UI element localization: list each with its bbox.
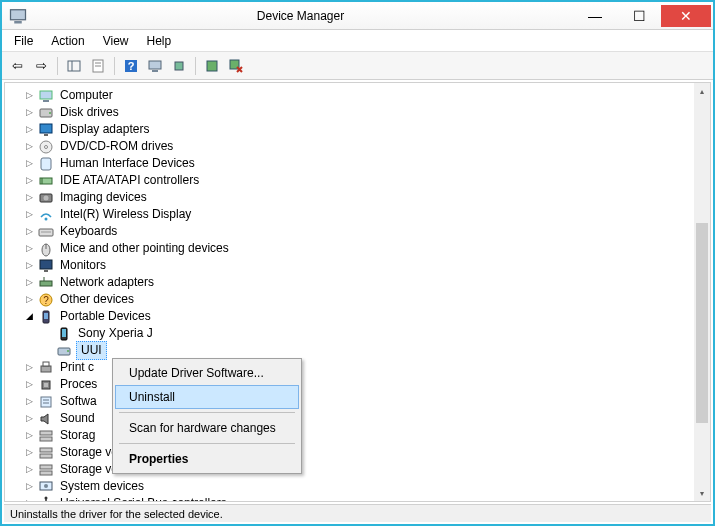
tree-node[interactable]: ▷Imaging devices — [23, 189, 710, 206]
device-tree[interactable]: ▷Computer▷Disk drives▷Display adapters▷D… — [5, 83, 710, 502]
expand-icon[interactable]: ▷ — [23, 107, 35, 119]
expand-icon[interactable]: ▷ — [23, 277, 35, 289]
close-button[interactable]: ✕ — [661, 5, 711, 27]
disk-icon — [38, 105, 54, 121]
tree-node[interactable]: ▷Display adapters — [23, 121, 710, 138]
svg-text:?: ? — [128, 60, 135, 72]
tree-node[interactable]: ▷Keyboards — [23, 223, 710, 240]
portable-icon — [38, 309, 54, 325]
expand-icon[interactable]: ▷ — [23, 430, 35, 442]
expand-icon[interactable]: ▷ — [23, 209, 35, 221]
tree-node[interactable]: ▷DVD/CD-ROM drives — [23, 138, 710, 155]
tree-node[interactable]: ▷System devices — [23, 478, 710, 495]
tree-node[interactable]: ▷Computer — [23, 87, 710, 104]
svg-rect-53 — [40, 465, 52, 469]
expand-icon[interactable]: ▷ — [23, 447, 35, 459]
tree-node[interactable]: ▷Intel(R) Wireless Display — [23, 206, 710, 223]
tree-node[interactable]: ▷Mice and other pointing devices — [23, 240, 710, 257]
expand-icon[interactable]: ▷ — [23, 498, 35, 503]
menu-view[interactable]: View — [95, 32, 137, 50]
svg-rect-0 — [11, 9, 26, 19]
monitor-icon — [38, 258, 54, 274]
display-icon — [38, 122, 54, 138]
help-button[interactable]: ? — [120, 55, 142, 77]
svg-rect-54 — [40, 471, 52, 475]
ctx-properties[interactable]: Properties — [115, 447, 299, 471]
expand-icon[interactable]: ▷ — [23, 413, 35, 425]
ctx-scan-hardware[interactable]: Scan for hardware changes — [115, 416, 299, 440]
tree-node[interactable]: ▷?Other devices — [23, 291, 710, 308]
ctx-uninstall[interactable]: Uninstall — [115, 385, 299, 409]
maximize-button[interactable]: ☐ — [617, 5, 661, 27]
tree-node[interactable]: ▷Monitors — [23, 257, 710, 274]
menu-action[interactable]: Action — [43, 32, 92, 50]
expand-icon[interactable]: ▷ — [23, 124, 35, 136]
svg-rect-18 — [40, 124, 52, 133]
svg-rect-9 — [149, 61, 161, 69]
menu-file[interactable]: File — [6, 32, 41, 50]
expand-icon[interactable]: ▷ — [23, 243, 35, 255]
collapse-icon[interactable]: ◢ — [23, 311, 35, 323]
menu-bar: File Action View Help — [2, 30, 713, 52]
scroll-thumb[interactable] — [696, 223, 708, 423]
expand-icon[interactable]: ▷ — [23, 158, 35, 170]
svg-point-43 — [67, 350, 69, 352]
sound-icon — [38, 411, 54, 427]
window-title: Device Manager — [28, 9, 573, 23]
software-icon — [38, 394, 54, 410]
tree-node[interactable]: ▷Universal Serial Bus controllers — [23, 495, 710, 502]
show-hide-button[interactable] — [63, 55, 85, 77]
expand-icon[interactable]: ▷ — [23, 396, 35, 408]
toolbar-separator — [114, 57, 115, 75]
system-icon — [38, 479, 54, 495]
expand-icon[interactable]: ▷ — [23, 481, 35, 493]
expand-icon[interactable]: ▷ — [23, 141, 35, 153]
svg-point-21 — [45, 145, 48, 148]
tree-node[interactable]: ◢Portable Devices — [23, 308, 710, 325]
expand-icon[interactable]: ▷ — [23, 362, 35, 374]
svg-rect-12 — [207, 61, 217, 71]
disable-button[interactable] — [225, 55, 247, 77]
toolbar: ⇦ ⇨ ? — [2, 52, 713, 80]
minimize-button[interactable]: — — [573, 5, 617, 27]
tree-label: Universal Serial Bus controllers — [58, 495, 229, 502]
expand-icon[interactable]: ▷ — [23, 175, 35, 187]
scan-hardware-button[interactable] — [144, 55, 166, 77]
scroll-down-icon[interactable]: ▾ — [694, 485, 710, 501]
svg-rect-51 — [40, 448, 52, 452]
tree-node-child[interactable]: UUI — [41, 342, 710, 359]
expand-icon[interactable]: ▷ — [23, 294, 35, 306]
menu-help[interactable]: Help — [139, 32, 180, 50]
svg-rect-2 — [68, 61, 80, 71]
expand-icon[interactable]: ▷ — [23, 464, 35, 476]
forward-button[interactable]: ⇨ — [30, 55, 52, 77]
scroll-up-icon[interactable]: ▴ — [694, 83, 710, 99]
tree-node[interactable]: ▷Human Interface Devices — [23, 155, 710, 172]
device-tree-panel: ▷Computer▷Disk drives▷Display adapters▷D… — [4, 82, 711, 502]
svg-point-56 — [44, 484, 48, 488]
expand-icon[interactable]: ▷ — [23, 192, 35, 204]
vertical-scrollbar[interactable]: ▴ ▾ — [694, 83, 710, 501]
update-driver-button[interactable] — [168, 55, 190, 77]
title-bar: Device Manager — ☐ ✕ — [2, 2, 713, 30]
tree-node-child[interactable]: Sony Xperia J — [41, 325, 710, 342]
expand-icon[interactable]: ▷ — [23, 379, 35, 391]
back-button[interactable]: ⇦ — [6, 55, 28, 77]
svg-rect-32 — [40, 260, 52, 269]
svg-rect-33 — [44, 270, 48, 272]
tree-label: Softwa — [58, 393, 99, 410]
expand-icon[interactable]: ▷ — [23, 260, 35, 272]
tree-node[interactable]: ▷IDE ATA/ATAPI controllers — [23, 172, 710, 189]
expand-icon[interactable]: ▷ — [23, 226, 35, 238]
ctx-update-driver[interactable]: Update Driver Software... — [115, 361, 299, 385]
svg-rect-14 — [40, 91, 52, 99]
wireless-icon — [38, 207, 54, 223]
properties-toolbar-button[interactable] — [87, 55, 109, 77]
tree-node[interactable]: ▷Network adapters — [23, 274, 710, 291]
svg-rect-19 — [44, 134, 48, 136]
tree-label: Print c — [58, 359, 96, 376]
ide-icon — [38, 173, 54, 189]
uninstall-toolbar-button[interactable] — [201, 55, 223, 77]
tree-node[interactable]: ▷Disk drives — [23, 104, 710, 121]
expand-icon[interactable]: ▷ — [23, 90, 35, 102]
